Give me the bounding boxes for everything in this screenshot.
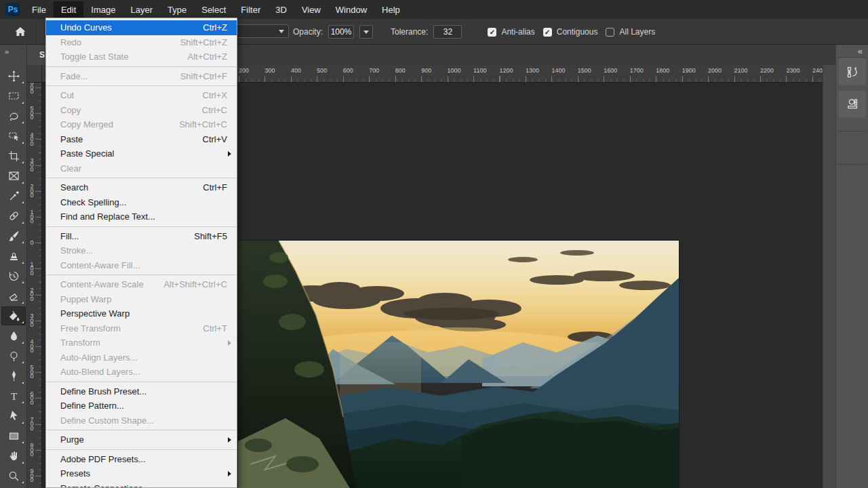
tool-flyout-indicator	[22, 241, 24, 243]
rectangle-tool[interactable]	[1, 426, 26, 445]
menu-item-shortcut: Ctrl+Z	[203, 22, 227, 33]
cube-panel-button[interactable]	[839, 91, 866, 118]
edit-menu-item-content-aware-scale[interactable]: Content-Aware ScaleAlt+Shift+Ctrl+C	[46, 277, 237, 292]
menu-item-shortcut: Shift+Ctrl+Z	[180, 37, 227, 47]
eyedropper-tool[interactable]	[1, 186, 26, 205]
menubar-item-image[interactable]: Image	[83, 1, 123, 18]
lasso-tool[interactable]	[1, 106, 26, 125]
edit-menu-item-undo-curves[interactable]: Undo CurvesCtrl+Z	[46, 20, 237, 35]
vertical-ruler[interactable]: 6 0 05 0 04 0 03 0 02 0 01 0 001 0 02 0 …	[27, 83, 42, 488]
edit-menu-item-find-and-replace-text[interactable]: Find and Replace Text...	[46, 209, 237, 224]
clone-stamp-tool[interactable]	[1, 247, 26, 266]
dodge-tool-icon	[8, 350, 20, 362]
menu-item-shortcut: Shift+F5	[194, 231, 227, 241]
brush-tool[interactable]	[1, 226, 26, 245]
crop-tool[interactable]	[1, 146, 26, 165]
hruler-label: 1300	[526, 67, 539, 74]
edit-menu-item-auto-align-layers[interactable]: Auto-Align Layers...	[46, 350, 237, 365]
edit-menu-item-define-custom-shape[interactable]: Define Custom Shape...	[46, 413, 237, 428]
edit-menu-item-adobe-pdf-presets[interactable]: Adobe PDF Presets...	[46, 452, 237, 467]
hand-tool[interactable]	[1, 447, 26, 466]
edit-menu-item-check-spelling[interactable]: Check Spelling...	[46, 195, 237, 210]
scrollbar-track[interactable]	[823, 65, 835, 488]
edit-menu-item-stroke[interactable]: Stroke...	[46, 243, 237, 258]
frame-tool[interactable]	[1, 167, 26, 186]
home-button[interactable]	[5, 21, 36, 42]
edit-menu-item-remote-connections[interactable]: Remote Connections...	[46, 481, 237, 488]
dock-collapse-button[interactable]: «	[858, 46, 863, 56]
edit-menu-item-redo[interactable]: RedoShift+Ctrl+Z	[46, 35, 237, 50]
edit-menu-item-content-aware-fill[interactable]: Content-Aware Fill...	[46, 258, 237, 273]
edit-menu-item-cut[interactable]: CutCtrl+X	[46, 88, 237, 103]
document-canvas-image[interactable]	[238, 241, 679, 488]
all-layers-checkbox[interactable]: All Layers	[606, 27, 655, 37]
menubar-item-edit[interactable]: Edit	[54, 1, 83, 18]
clone-stamp-tool-icon	[8, 250, 20, 262]
edit-menu-item-define-brush-preset[interactable]: Define Brush Preset...	[46, 384, 237, 399]
type-tool[interactable]: T	[1, 386, 26, 405]
hruler-label: 700	[369, 67, 379, 74]
rectangular-marquee-tool[interactable]	[1, 87, 26, 106]
tolerance-input[interactable]: 32	[433, 25, 462, 39]
edit-menu-item-presets[interactable]: Presets	[46, 466, 237, 481]
edit-menu-item-copy[interactable]: CopyCtrl+C	[46, 103, 237, 118]
edit-menu-item-puppet-warp[interactable]: Puppet Warp	[46, 292, 237, 307]
move-tool-icon	[8, 70, 20, 82]
blur-tool[interactable]	[1, 327, 26, 346]
edit-menu-item-paste[interactable]: PasteCtrl+V	[46, 132, 237, 147]
edit-menu-item-define-pattern[interactable]: Define Pattern...	[46, 399, 237, 413]
edit-menu-item-fade[interactable]: Fade...Shift+Ctrl+F	[46, 69, 237, 84]
contiguous-checkbox[interactable]: ✓Contiguous	[543, 27, 598, 37]
vruler-label: 3 0 0	[28, 314, 35, 327]
edit-menu-item-paste-special[interactable]: Paste Special	[46, 146, 237, 161]
opacity-dropdown-button[interactable]	[359, 25, 373, 39]
object-selection-tool[interactable]	[1, 127, 26, 146]
opacity-value[interactable]: 100%	[328, 25, 354, 39]
paint-bucket-tool-icon	[8, 310, 20, 322]
edit-menu-item-transform[interactable]: Transform	[46, 336, 237, 350]
dodge-tool[interactable]	[1, 346, 26, 365]
edit-menu-item-clear[interactable]: Clear	[46, 161, 237, 176]
menubar-item-3d[interactable]: 3D	[268, 1, 294, 18]
edit-menu-item-search[interactable]: SearchCtrl+F	[46, 180, 237, 195]
edit-menu-item-perspective-warp[interactable]: Perspective Warp	[46, 306, 237, 321]
edit-menu-item-free-transform[interactable]: Free TransformCtrl+T	[46, 321, 237, 336]
pen-tool[interactable]	[1, 367, 26, 386]
menubar-item-file[interactable]: File	[24, 1, 54, 18]
menu-item-label: Auto-Blend Layers...	[60, 367, 237, 377]
document-tab[interactable]: S	[27, 45, 45, 65]
chevron-down-icon	[279, 30, 284, 33]
menu-item-label: Free Transform	[60, 323, 203, 333]
menubar-item-type[interactable]: Type	[160, 1, 194, 18]
zoom-tool[interactable]	[1, 466, 26, 485]
menubar-item-view[interactable]: View	[294, 1, 328, 18]
menu-item-label: Toggle Last State	[60, 52, 187, 62]
tool-bar: » T	[0, 45, 27, 488]
submenu-arrow-icon	[228, 340, 231, 346]
menu-item-label: Adobe PDF Presets...	[60, 454, 237, 464]
opacity-label: Opacity:	[293, 27, 323, 37]
edit-menu-item-fill[interactable]: Fill...Shift+F5	[46, 229, 237, 244]
history-panel-button[interactable]	[839, 58, 866, 85]
edit-menu-item-purge[interactable]: Purge	[46, 432, 237, 447]
paint-bucket-tool[interactable]	[1, 306, 26, 325]
anti-alias-checkbox[interactable]: ✓Anti-alias	[488, 27, 534, 37]
menubar-item-select[interactable]: Select	[194, 1, 233, 18]
menubar-item-window[interactable]: Window	[328, 1, 374, 18]
hruler-label: 1900	[682, 67, 696, 74]
menubar-item-layer[interactable]: Layer	[123, 1, 161, 18]
edit-menu-item-toggle-last-state[interactable]: Toggle Last StateAlt+Ctrl+Z	[46, 49, 237, 64]
spot-healing-tool[interactable]	[1, 207, 26, 226]
menubar-item-help[interactable]: Help	[374, 1, 408, 18]
hruler-label: 1800	[656, 67, 669, 74]
toolbar-expand-button[interactable]: »	[0, 45, 26, 56]
vruler-label: 8 0 0	[28, 443, 35, 457]
move-tool[interactable]	[1, 66, 26, 85]
eraser-tool[interactable]	[1, 287, 26, 306]
history-brush-tool[interactable]	[1, 266, 26, 285]
menubar-item-filter[interactable]: Filter	[233, 1, 268, 18]
edit-menu-item-auto-blend-layers[interactable]: Auto-Blend Layers...	[46, 365, 237, 380]
vruler-label: 6 0 0	[28, 392, 35, 405]
edit-menu-item-copy-merged[interactable]: Copy MergedShift+Ctrl+C	[46, 117, 237, 132]
path-selection-tool[interactable]	[1, 407, 26, 426]
